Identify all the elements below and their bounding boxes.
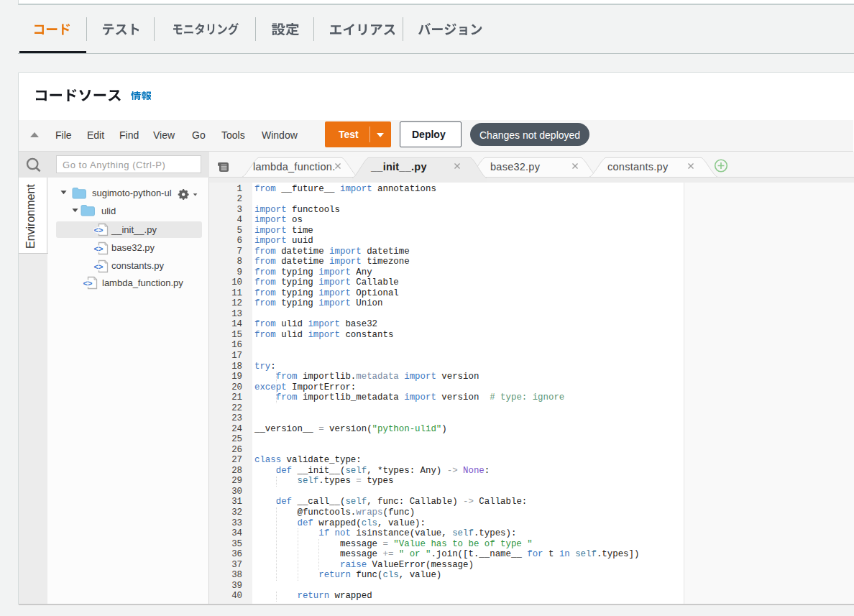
svg-text:<>: <> <box>83 279 93 288</box>
svg-text:<>: <> <box>94 226 104 234</box>
svg-text:<>: <> <box>94 244 104 253</box>
svg-text:<>: <> <box>94 262 104 271</box>
